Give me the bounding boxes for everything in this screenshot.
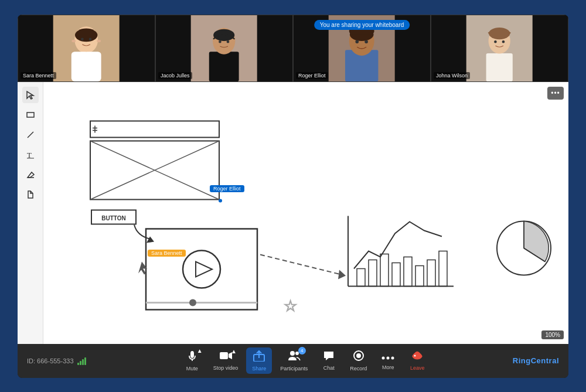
participant-tile-roger: You are sharing your whiteboard Roger El… — [293, 15, 431, 82]
cursor-label-roger: Roger Elliot — [210, 185, 244, 192]
share-label: Share — [252, 366, 266, 371]
svg-rect-41 — [91, 210, 136, 224]
tool-eraser[interactable] — [22, 166, 39, 183]
svg-rect-59 — [439, 251, 447, 286]
svg-point-71 — [290, 351, 295, 356]
tool-select[interactable] — [22, 87, 39, 103]
meeting-id-text: ID: 666-555-333 — [27, 357, 74, 364]
participant-tile-johna: Johna Wilson — [431, 15, 568, 82]
svg-point-77 — [391, 357, 394, 360]
svg-text:BUTTON: BUTTON — [101, 214, 125, 221]
share-button[interactable]: Share — [246, 347, 272, 374]
svg-text:☆: ☆ — [284, 296, 297, 314]
svg-rect-52 — [357, 268, 365, 286]
cursor-label-sara: Sara Bennett — [148, 250, 186, 257]
svg-rect-2 — [71, 52, 101, 81]
signal-bar-4 — [84, 357, 86, 365]
svg-point-78 — [413, 353, 422, 359]
more-button[interactable]: More — [375, 349, 401, 373]
svg-line-47 — [260, 254, 341, 274]
mute-label: Mute — [186, 366, 198, 371]
sharing-banner: You are sharing your whiteboard — [314, 20, 410, 30]
stop-video-button[interactable]: ▲ Stop video — [209, 348, 243, 373]
svg-rect-53 — [369, 260, 377, 286]
more-icon — [381, 351, 394, 363]
svg-rect-58 — [427, 260, 435, 286]
name-tag-jacob: Jacob Julles — [158, 72, 192, 79]
signal-bar-2 — [80, 361, 81, 365]
svg-point-64 — [189, 299, 196, 306]
ringcentral-logo: RingCentral — [500, 356, 559, 365]
record-icon — [353, 350, 364, 364]
more-options-button[interactable]: ••• — [547, 87, 564, 100]
svg-point-26 — [494, 40, 497, 43]
mute-icon: ▲ — [186, 350, 198, 364]
meeting-controls: ▲ Mute ▲ Stop video Share — [109, 347, 500, 374]
participants-icon: 4 — [287, 350, 301, 364]
leave-button[interactable]: Leave — [404, 348, 430, 373]
bottom-bar: ID: 666-555-333 ▲ Mute — [18, 344, 568, 378]
svg-point-6 — [89, 38, 92, 40]
participants-button[interactable]: 4 Participants — [275, 347, 312, 374]
svg-point-14 — [227, 40, 230, 43]
leave-icon — [411, 350, 424, 364]
whiteboard[interactable]: BUTTON — [43, 82, 568, 344]
svg-point-45 — [183, 250, 220, 288]
participants-badge: 4 — [298, 347, 306, 354]
name-tag-sara: Sara Bennett — [21, 72, 56, 79]
stop-video-icon: ▲ — [219, 350, 232, 364]
participant-tile-jacob: Jacob Julles — [155, 15, 293, 82]
svg-point-60 — [497, 221, 551, 275]
svg-marker-43 — [146, 236, 154, 243]
svg-point-4 — [75, 28, 97, 42]
chat-icon — [323, 350, 335, 364]
zoom-indicator: 100% — [541, 330, 564, 339]
signal-bar-1 — [77, 363, 79, 365]
svg-rect-54 — [380, 254, 389, 286]
meeting-id: ID: 666-555-333 — [27, 357, 109, 365]
svg-point-40 — [219, 199, 222, 202]
mute-button[interactable]: ▲ Mute — [179, 347, 205, 374]
svg-marker-48 — [338, 270, 346, 279]
chat-button[interactable]: Chat — [316, 348, 342, 373]
svg-point-79 — [414, 355, 416, 357]
chat-label: Chat — [323, 365, 335, 371]
tool-rectangle[interactable] — [22, 107, 39, 123]
svg-point-27 — [502, 40, 505, 43]
svg-rect-33 — [90, 121, 219, 137]
participant-tile-sara: Sara Bennett — [18, 15, 155, 82]
svg-rect-37 — [90, 141, 219, 199]
drawing-toolbar: T — [18, 82, 43, 344]
svg-rect-55 — [392, 263, 400, 286]
svg-point-19 — [356, 40, 359, 43]
svg-rect-28 — [27, 113, 34, 117]
share-icon — [253, 350, 265, 364]
participant-strip: Sara Bennett Jacob Julles — [18, 15, 568, 82]
svg-rect-10 — [209, 52, 239, 81]
svg-rect-57 — [415, 265, 424, 286]
svg-point-13 — [219, 40, 222, 43]
svg-point-76 — [387, 357, 390, 360]
app-window: Sara Bennett Jacob Julles — [18, 15, 568, 378]
svg-rect-44 — [146, 229, 257, 309]
tool-file[interactable] — [22, 186, 39, 203]
more-label: More — [382, 364, 394, 370]
name-tag-roger: Roger Elliot — [296, 72, 328, 79]
name-tag-johna: Johna Wilson — [434, 72, 470, 79]
tool-pen[interactable] — [22, 127, 39, 143]
signal-bar-3 — [82, 359, 84, 365]
record-button[interactable]: Record — [345, 347, 372, 374]
svg-line-38 — [90, 141, 219, 199]
stop-video-label: Stop video — [213, 365, 239, 371]
svg-rect-67 — [220, 352, 228, 359]
svg-point-74 — [356, 353, 361, 358]
leave-label: Leave — [410, 365, 425, 371]
tool-text[interactable]: T — [22, 146, 39, 163]
svg-rect-56 — [404, 257, 412, 286]
signal-strength — [77, 357, 86, 365]
svg-point-5 — [81, 38, 84, 40]
main-area: T — [18, 82, 568, 344]
svg-point-7 — [72, 39, 76, 42]
record-label: Record — [350, 366, 367, 371]
svg-line-29 — [28, 132, 33, 138]
